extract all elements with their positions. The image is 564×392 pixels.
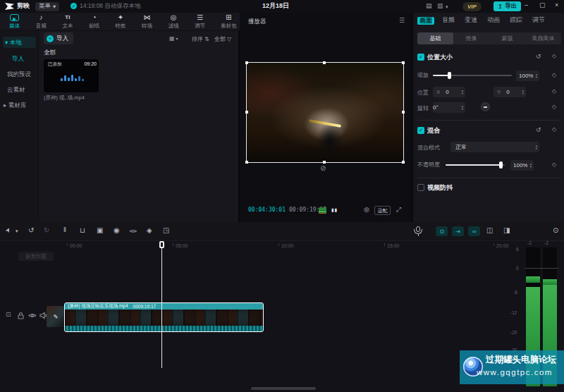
menu-button[interactable]: 菜单 ▾ [35,2,59,11]
player-menu-icon[interactable]: ☰ [399,18,405,24]
tab-speed[interactable]: 变速 [465,17,477,23]
lock-icon[interactable] [17,312,25,319]
sidebar-item-presets[interactable]: 我的预设 [7,71,31,78]
mirror-icon[interactable]: ⊲⊳ [129,228,137,233]
rotate-handle-icon[interactable]: ⊘ [320,165,326,172]
opacity-slider-thumb[interactable] [499,161,503,169]
zoom-fit-icon[interactable]: ⊙ [553,227,558,234]
stabilize-checkbox[interactable] [417,184,424,191]
redo-icon[interactable]: ↻ [44,227,49,234]
reset-icon[interactable]: ↺ [536,54,541,60]
maximize-button[interactable]: ▢ [539,2,546,8]
export-button[interactable]: ↥ 导出 [494,1,521,11]
selection-handle[interactable] [245,61,248,64]
selection-handle[interactable] [245,161,248,164]
sidebar-item-local[interactable]: ▾ 本地 [5,39,22,46]
main-track-magnet-toggle[interactable]: Ω [436,226,448,236]
playhead-line[interactable] [161,248,162,368]
playhead-handle[interactable] [159,241,164,248]
ribbon-tab-media[interactable]: ▶ 媒体 [6,14,24,30]
rotate-icon[interactable]: ◈ [147,227,152,234]
pause-button[interactable]: ▮▮ [331,208,338,213]
keyframe-icon[interactable]: ◇ [552,127,556,133]
view-mode-button[interactable]: ▦ ▾ [169,35,178,42]
scale-slider[interactable] [433,75,512,76]
subtab-cutout[interactable]: 抠像 [453,32,489,44]
preview-axis-icon[interactable]: ◫ [486,227,493,234]
close-button[interactable]: × [555,2,558,8]
reset-icon[interactable]: ↺ [536,127,541,133]
vip-badge[interactable]: VIP [462,2,482,11]
selection-handle[interactable] [402,61,405,64]
position-y-box[interactable]: Y 0 ▴▾ [494,87,526,97]
video-preview[interactable] [246,62,404,163]
media-card[interactable]: 已添加 09:20 [44,59,99,92]
track-type-icon[interactable]: ⊡ [6,312,13,319]
keyframe-icon[interactable]: ◇ [552,73,556,78]
link-toggle[interactable]: ∞ [468,226,480,236]
keyframe-icon[interactable]: ◇ [552,54,556,59]
ribbon-tab-audio[interactable]: ♪ 音频 [32,14,51,30]
sidebar-item-import[interactable]: 导入 [12,56,24,62]
ribbon-tab-pack[interactable]: ⊞ 素材包 [218,14,240,30]
chevron-down-icon[interactable]: ▾ [446,4,448,9]
ribbon-tab-effects[interactable]: ✦ 特效 [111,14,130,30]
position-size-checkbox[interactable]: ✓ [417,54,424,61]
freeze-frame-icon[interactable]: ▣ [97,227,103,234]
timeline-clip[interactable]: (原神) 现场交响音乐现场.mp4 0009:19:17 [65,303,263,331]
blend-checkbox[interactable]: ✓ [417,127,424,134]
eye-icon[interactable] [28,312,37,319]
opacity-slider[interactable] [446,164,505,166]
split-icon[interactable]: Ⅱ [63,228,66,233]
chevron-down-icon[interactable]: ▾ [16,228,18,233]
selection-handle[interactable] [245,111,248,114]
audio-meter-icon[interactable] [319,207,326,214]
blend-mode-dropdown[interactable]: 正常 ▴▾ [450,142,539,152]
select-tool-icon[interactable]: ➤ [4,226,13,234]
tab-audio[interactable]: 音频 [442,17,455,23]
layout-panel-icon[interactable]: ▤ [426,3,432,9]
subtab-mask[interactable]: 蒙版 [489,32,525,44]
import-button[interactable]: + 导入 [44,32,73,44]
opacity-value-box[interactable]: 100% ▴▾ [510,160,534,171]
keyframe-icon[interactable]: ◇ [552,162,556,168]
selection-handle[interactable] [402,161,405,164]
horizontal-scrollbar[interactable] [251,387,316,390]
crop-icon[interactable]: ◳ [163,227,169,234]
ribbon-tab-adjust[interactable]: ☰ 调节 [191,14,209,30]
set-cover-button[interactable]: 设置封面 [18,252,54,261]
ribbon-tab-transition[interactable]: ⋈ 转场 [138,14,157,30]
rotate-value-box[interactable]: 0° ▴▾ [433,102,465,113]
fullscreen-icon[interactable]: ⤢ [396,207,401,213]
undo-icon[interactable]: ↺ [28,227,34,234]
selection-handle[interactable] [402,111,405,114]
snapshot-icon[interactable]: ◎ [364,207,369,213]
rotate-knob[interactable] [481,102,490,111]
sidebar-item-library[interactable]: ▸ 素材库 [4,102,26,109]
filter-button[interactable]: 全部 ▽ [214,35,231,43]
sidebar-item-cloud[interactable]: 云素材 [7,87,25,93]
selection-handle[interactable] [323,161,326,164]
layout-mode-icon[interactable]: ▥ [437,3,443,9]
reverse-icon[interactable]: ◉ [114,227,120,234]
scale-value-box[interactable]: 100% ▴▾ [516,71,539,81]
subtab-basic[interactable]: 基础 [417,32,453,44]
clip-cover-thumbnail[interactable]: ✎ [47,306,65,327]
keyframe-icon[interactable]: ◇ [552,89,556,94]
sort-button[interactable]: 排序 ⇅ [192,35,209,43]
tab-adjust[interactable]: 调节 [532,17,545,23]
ribbon-tab-text[interactable]: TI 文本 [59,14,77,30]
tab-animation[interactable]: 动画 [487,17,500,23]
fit-mode-button[interactable]: 适配 [374,206,391,215]
ribbon-tab-filter[interactable]: ◎ 滤镜 [164,14,183,30]
delete-icon[interactable]: ⊔ [80,227,85,234]
position-x-box[interactable]: X 0 ▴▾ [433,87,465,97]
global-zoom-icon[interactable]: ◨ [503,227,510,234]
ribbon-tab-sticker[interactable]: ◔ 贴纸 [85,14,104,30]
auto-snap-toggle[interactable]: ⇥ [452,226,464,236]
minimize-button[interactable]: – [525,2,528,8]
timeline-area[interactable]: 00:00 05:00 10:00 15:00 20:00 设置封面 ⊡ ✎ (… [0,241,564,392]
keyframe-icon[interactable]: ◇ [552,104,556,110]
tab-picture[interactable]: 画面 [417,17,434,25]
selection-handle[interactable] [323,61,326,64]
